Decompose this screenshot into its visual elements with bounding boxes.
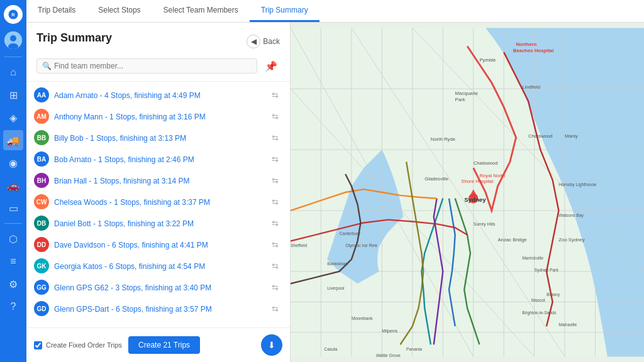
svg-point-3 [10,35,16,41]
svg-text:Pymble: Pymble [479,57,496,63]
member-item[interactable]: GGGlenn GPS G62 - 3 Stops, finishing at … [26,277,290,298]
member-item[interactable]: GDGlenn GPS-Dart - 6 Stops, finishing at… [26,298,290,319]
checkbox-label-text: Create Fixed Order Trips [46,341,122,349]
svg-text:Surrey Hills: Surrey Hills [474,222,496,227]
sidebar-item-location[interactable]: ◉ [3,153,23,173]
member-info: Bob Arnato - 1 Stops, finishing at 2:46 … [54,153,267,165]
svg-text:R: R [11,12,15,18]
member-name: Bob Arnato - 1 Stops, finishing at 2:46 … [54,155,194,164]
member-avatar: GG [34,280,49,295]
svg-text:Panania: Panania [406,347,422,351]
member-item[interactable]: AMAnthony Mann - 1 Stops, finishing at 3… [26,106,290,127]
member-pin-button[interactable]: ⇆ [267,87,282,102]
svg-text:Gladesville: Gladesville [425,176,448,182]
sidebar-item-truck[interactable]: 🚚 [3,130,23,150]
content-area: Trip Summary ◀ Back 🔍 📌 AAAdam Arnato [26,23,644,362]
member-name: Chelsea Woods - 1 Stops, finishing at 3:… [54,198,210,207]
fixed-order-checkbox[interactable] [34,341,42,349]
sidebar-item-settings[interactable]: ⚙ [3,274,23,294]
main-content: Trip Details Select Stops Select Team Me… [26,0,644,362]
svg-text:Mascot: Mascot [531,298,545,302]
member-pin-button[interactable]: ⇆ [267,301,282,316]
member-info: Brian Hall - 1 Stops, finishing at 3:14 … [54,175,267,186]
members-list: AAAdam Arnato - 4 Stops, finishing at 4:… [26,82,290,327]
sidebar-item-clipboard[interactable]: ≡ [3,251,23,272]
member-item[interactable]: DDDave Davidson - 6 Stops, finishing at … [26,234,290,255]
svg-text:Zoo Sydney: Zoo Sydney [558,237,584,243]
panel-header: Trip Summary ◀ Back 🔍 📌 [26,23,290,82]
tab-select-team[interactable]: Select Team Members [152,0,250,22]
member-pin-button[interactable]: ⇆ [267,130,282,145]
back-label: Back [263,37,280,46]
sidebar-item-car[interactable]: 🚗 [3,175,23,195]
search-icon: 🔍 [42,62,52,70]
sidebar-item-help[interactable]: ? [3,297,23,317]
svg-text:Watsons Bay: Watsons Bay [558,213,584,218]
sidebar-item-grid[interactable]: ⊞ [3,85,23,105]
download-button[interactable]: ⬇ [261,334,282,356]
sidebar-item-monitor[interactable]: ▭ [3,198,23,218]
member-pin-button[interactable]: ⇆ [267,194,282,209]
trip-summary-panel: Trip Summary ◀ Back 🔍 📌 AAAdam Arnato [26,23,291,362]
member-avatar: DB [34,216,49,231]
back-button[interactable]: ◀ Back [247,35,280,48]
member-item[interactable]: BHBrian Hall - 1 Stops, finishing at 3:1… [26,170,290,191]
user-avatar[interactable] [4,31,22,49]
tab-trip-details[interactable]: Trip Details [26,0,87,22]
sidebar-item-briefcase[interactable]: ⬡ [3,229,23,249]
tab-select-stops[interactable]: Select Stops [87,0,152,22]
svg-text:Manly: Manly [565,133,578,139]
member-name: Glenn GPS G62 - 3 Stops, finishing at 3:… [54,283,211,292]
fixed-order-checkbox-label[interactable]: Create Fixed Order Trips [34,341,122,349]
member-info: Billy Bob - 1 Stops, finishing at 3:13 P… [54,132,267,143]
svg-text:Wattle Grove: Wattle Grove [376,353,401,358]
svg-text:Royal North: Royal North [479,173,505,178]
member-pin-button[interactable]: ⇆ [267,216,282,231]
sidebar-divider-2 [4,223,22,224]
pin-all-button[interactable]: 📌 [262,57,280,75]
panel-search-row: 🔍 📌 [36,57,280,75]
member-item[interactable]: AAAdam Arnato - 4 Stops, finishing at 4:… [26,84,290,106]
member-avatar: BH [34,173,49,188]
member-avatar: GK [34,258,49,273]
member-item[interactable]: BBBilly Bob - 1 Stops, finishing at 3:13… [26,127,290,148]
svg-text:Bankstown: Bankstown [327,261,348,266]
svg-text:Chatswood: Chatswood [474,160,498,166]
svg-text:Sheffield: Sheffield [291,243,307,248]
member-item[interactable]: GKGeorgia Katos - 6 Stops, finishing at … [26,255,290,277]
search-input[interactable] [54,62,252,70]
member-pin-button[interactable]: ⇆ [267,258,282,273]
svg-text:Milperra: Milperra [382,329,397,334]
member-pin-button[interactable]: ⇆ [267,237,282,252]
sidebar-item-tag[interactable]: ◈ [3,107,23,128]
member-avatar: BA [34,151,49,167]
app-logo[interactable]: R [4,5,23,24]
map-container[interactable]: Pymble Northern Beaches Hospital Macquar… [291,23,644,362]
svg-text:Beaches Hospital: Beaches Hospital [513,48,554,53]
member-avatar: AM [34,109,49,124]
member-pin-button[interactable]: ⇆ [267,151,282,167]
member-name: Anthony Mann - 1 Stops, finishing at 3:1… [54,112,206,121]
member-info: Glenn GPS-Dart - 6 Stops, finishing at 3… [54,303,267,314]
sidebar-item-home[interactable]: ⌂ [3,62,23,82]
member-avatar: AA [34,87,49,102]
search-box: 🔍 [36,58,257,74]
top-navigation: Trip Details Select Stops Select Team Me… [26,0,644,23]
svg-text:Botany: Botany [547,292,560,297]
sidebar: R ⌂ ⊞ ◈ 🚚 ◉ 🚗 ▭ ⬡ ≡ ⚙ ? [0,0,26,362]
panel-footer: Create Fixed Order Trips Create 21 Trips… [26,327,290,362]
svg-text:Canterbury: Canterbury [340,231,361,236]
svg-text:Anzac Bridge: Anzac Bridge [497,237,526,243]
map-svg: Pymble Northern Beaches Hospital Macquar… [291,23,644,362]
member-item[interactable]: DBDaniel Bott - 1 Stops, finishing at 3:… [26,212,290,234]
member-pin-button[interactable]: ⇆ [267,109,282,124]
member-pin-button[interactable]: ⇆ [267,280,282,295]
member-item[interactable]: CWChelsea Woods - 1 Stops, finishing at … [26,191,290,212]
member-info: Chelsea Woods - 1 Stops, finishing at 3:… [54,196,267,207]
svg-text:Matraville: Matraville [558,322,577,327]
create-trips-button[interactable]: Create 21 Trips [128,336,200,354]
member-pin-button[interactable]: ⇆ [267,173,282,188]
member-item[interactable]: BABob Arnato - 1 Stops, finishing at 2:4… [26,148,290,170]
svg-text:Macquarie: Macquarie [455,90,478,96]
tab-trip-summary[interactable]: Trip Summary [250,0,319,22]
